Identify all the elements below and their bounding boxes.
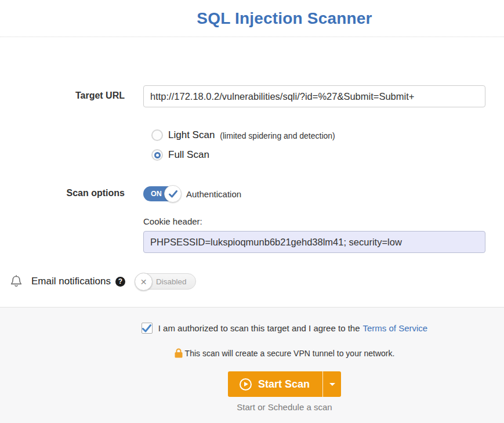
caret-down-icon [329, 383, 335, 386]
toggle-on-text: ON [151, 190, 162, 198]
cookie-header-label: Cookie header: [143, 216, 485, 226]
authorization-text: I am authorized to scan this target and … [158, 323, 360, 333]
target-url-row: Target URL [0, 85, 504, 107]
check-icon [169, 190, 177, 198]
authorization-checkbox[interactable] [142, 323, 153, 334]
toggle-knob[interactable]: ✕ [135, 273, 153, 291]
start-scan-label: Start Scan [258, 378, 310, 391]
page-title: SQL Injection Scanner [197, 9, 372, 28]
scan-type-row: Light Scan (limited spidering and detect… [0, 107, 504, 169]
light-scan-option[interactable]: Light Scan (limited spidering and detect… [151, 129, 485, 141]
authorization-row: I am authorized to scan this target and … [32, 323, 504, 334]
email-notifications-row: Email notifications ? ✕ Disabled [10, 273, 504, 290]
light-scan-hint: (limited spidering and detection) [220, 130, 335, 140]
target-url-label: Target URL [0, 85, 125, 101]
footer-panel: I am authorized to scan this target and … [0, 307, 504, 423]
toggle-off-text: Disabled [156, 277, 187, 286]
authentication-toggle[interactable]: ON [143, 186, 179, 201]
light-scan-label: Light Scan [168, 129, 215, 141]
terms-of-service-link[interactable]: Terms of Service [363, 323, 428, 333]
start-scan-split-button[interactable]: Start Scan [228, 371, 341, 397]
vpn-notice-row: This scan will create a secure VPN tunne… [32, 348, 504, 358]
check-icon [142, 324, 151, 332]
start-hint-text: Start or Schedule a scan [32, 402, 504, 412]
play-icon [240, 378, 252, 391]
full-scan-radio[interactable] [151, 149, 163, 161]
start-scan-dropdown-button[interactable] [323, 371, 341, 397]
full-scan-label: Full Scan [168, 149, 209, 161]
scan-form: Target URL Light Scan (limited spidering… [0, 37, 504, 290]
scan-type-group: Light Scan (limited spidering and detect… [151, 129, 485, 161]
authentication-label: Authentication [186, 189, 241, 199]
cookie-header-input[interactable] [143, 231, 485, 253]
light-scan-radio[interactable] [151, 129, 163, 141]
vpn-notice-text: This scan will create a secure VPN tunne… [185, 349, 395, 358]
email-notifications-toggle[interactable]: ✕ Disabled [136, 273, 196, 290]
scan-options-row: Scan options ON Authentication Cookie he… [0, 183, 504, 253]
lock-icon [175, 348, 183, 358]
start-scan-button[interactable]: Start Scan [228, 371, 322, 397]
page-header: SQL Injection Scanner [0, 0, 504, 37]
bell-icon [10, 275, 22, 288]
target-url-input[interactable] [143, 85, 485, 107]
email-notifications-label: Email notifications [31, 276, 111, 287]
toggle-knob[interactable] [164, 185, 182, 203]
full-scan-option[interactable]: Full Scan [151, 149, 485, 161]
x-icon: ✕ [140, 277, 147, 287]
help-icon[interactable]: ? [115, 277, 125, 287]
scan-options-label: Scan options [0, 183, 125, 198]
sql-injection-scanner-page: SQL Injection Scanner Target URL Light S… [0, 0, 504, 423]
